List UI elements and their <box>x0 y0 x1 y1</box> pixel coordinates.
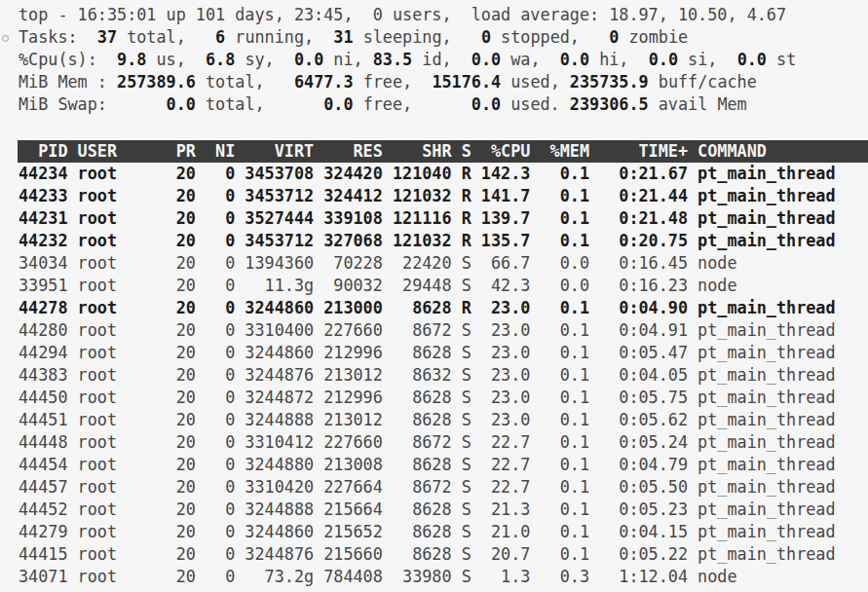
summary-label: free, <box>354 94 472 114</box>
terminal-screen: { "app": { "name": "top" }, "colors": { … <box>0 0 868 592</box>
process-row: 44232 root 20 0 3453712 327068 121032 R … <box>19 230 868 252</box>
summary-label: st <box>767 50 796 69</box>
summary-value: 6477.3 <box>294 72 354 92</box>
summary-label: avail Mem <box>649 94 747 114</box>
summary-label: Tasks: <box>19 27 97 47</box>
process-row: 34071 root 20 0 73.2g 784408 33980 S 1.3… <box>19 566 868 588</box>
summary-value: 257389.6 <box>117 72 196 92</box>
summary-value: 0.0 <box>737 50 767 69</box>
summary-value: 37 <box>97 27 117 47</box>
summary-label: ni, <box>323 50 373 69</box>
summary-value: 15176.4 <box>432 72 501 92</box>
summary-value: 0.0 <box>167 94 196 114</box>
process-row: 44279 root 20 0 3244860 215652 8628 S 21… <box>19 521 868 543</box>
summary-value: 31 <box>333 27 353 47</box>
summary-label: MiB Swap: <box>19 94 167 114</box>
process-table-rows: 44234 root 20 0 3453708 324420 121040 R … <box>0 163 868 588</box>
summary-label: total, <box>196 94 323 114</box>
summary-label: id, <box>412 50 472 69</box>
summary-label: used. <box>501 94 570 114</box>
summary-value: 239306.5 <box>570 94 649 114</box>
top-output: top - 16:35:01 up 101 days, 23:45, 0 use… <box>0 0 868 588</box>
summary-label: si, <box>678 50 737 69</box>
summary-label: running, <box>225 27 333 47</box>
process-row: 44294 root 20 0 3244860 212996 8628 S 23… <box>19 342 868 364</box>
mem-line: MiB Mem : 257389.6 total, 6477.3 free, 1… <box>19 71 868 93</box>
summary-value: 83.5 <box>373 50 412 69</box>
summary-value: 0 <box>609 27 619 47</box>
process-row: 44450 root 20 0 3244872 212996 8628 S 23… <box>19 387 868 409</box>
summary-value: 0.0 <box>649 50 678 69</box>
summary-label: top - 16:35:01 up 101 days, 23:45, 0 use… <box>19 5 786 24</box>
process-row: 33951 root 20 0 11.3g 90032 29448 S 42.3… <box>19 275 868 297</box>
swap-line: MiB Swap: 0.0 total, 0.0 free, 0.0 used.… <box>19 93 868 116</box>
gutter-circle-icon <box>2 35 9 42</box>
process-row: 44454 root 20 0 3244880 213008 8628 S 22… <box>19 454 868 476</box>
summary-value: 0 <box>481 27 491 47</box>
process-row: 44452 root 20 0 3244888 215664 8628 S 21… <box>19 499 868 521</box>
summary-label: zombie <box>619 27 688 47</box>
process-row: 44280 root 20 0 3310400 227660 8672 S 23… <box>19 319 868 342</box>
summary-label: us, <box>146 50 206 69</box>
summary-label: wa, <box>501 50 560 69</box>
process-row: 44278 root 20 0 3244860 213000 8628 R 23… <box>19 297 868 319</box>
process-row: 44383 root 20 0 3244876 213012 8632 S 23… <box>19 364 868 387</box>
cpu-line: %Cpu(s): 9.8 us, 6.8 sy, 0.0 ni, 83.5 id… <box>19 49 868 71</box>
summary-value: 0.0 <box>472 94 501 114</box>
process-row: 44451 root 20 0 3244888 213012 8628 S 23… <box>19 409 868 431</box>
summary-value: 6 <box>215 27 225 47</box>
summary-label: stopped, <box>491 27 609 47</box>
summary-label: free, <box>354 72 433 92</box>
summary-value: 0.0 <box>472 50 501 69</box>
tasks-line: Tasks: 37 total, 6 running, 31 sleeping,… <box>19 26 868 49</box>
summary-label: %Cpu(s): <box>19 50 117 69</box>
summary-value: 0.0 <box>323 94 353 114</box>
summary-label: total, <box>117 27 215 47</box>
summary-label: used, <box>501 72 570 92</box>
process-row: 44448 root 20 0 3310412 227660 8672 S 22… <box>19 431 868 454</box>
uptime-line: top - 16:35:01 up 101 days, 23:45, 0 use… <box>19 4 868 26</box>
summary-label: sleeping, <box>354 27 481 47</box>
process-row: 44234 root 20 0 3453708 324420 121040 R … <box>19 163 868 185</box>
summary-label: buff/cache <box>649 72 757 92</box>
summary-label: hi, <box>589 50 649 69</box>
summary-label: total, <box>196 72 294 92</box>
summary-value: 6.8 <box>206 50 235 69</box>
summary-label: MiB Mem : <box>19 72 117 92</box>
process-row: 44457 root 20 0 3310420 227664 8672 S 22… <box>19 476 868 499</box>
process-row: 44233 root 20 0 3453712 324412 121032 R … <box>19 185 868 207</box>
summary-value: 9.8 <box>117 50 146 69</box>
summary-value: 0.0 <box>560 50 589 69</box>
summary-label: sy, <box>235 50 294 69</box>
process-row: 44231 root 20 0 3527444 339108 121116 R … <box>19 207 868 230</box>
process-row: 44415 root 20 0 3244876 215660 8628 S 20… <box>19 543 868 566</box>
process-table-header: PID USER PR NI VIRT RES SHR S %CPU %MEM … <box>18 140 868 163</box>
process-row: 34034 root 20 0 1394360 70228 22420 S 66… <box>19 252 868 275</box>
summary-value: 235735.9 <box>570 72 649 92</box>
top-summary: top - 16:35:01 up 101 days, 23:45, 0 use… <box>0 4 868 116</box>
summary-value: 0.0 <box>294 50 323 69</box>
